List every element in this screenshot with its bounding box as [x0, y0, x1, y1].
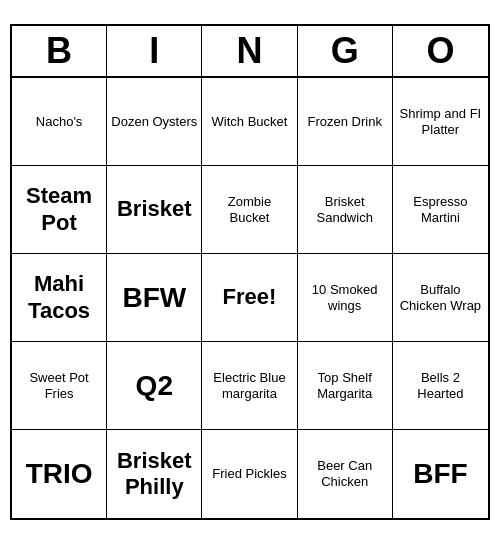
bingo-cell: Espresso Martini [393, 166, 488, 254]
bingo-cell: Dozen Oysters [107, 78, 202, 166]
bingo-cell: Top Shelf Margarita [298, 342, 393, 430]
header-letter: I [107, 26, 202, 76]
header-letter: O [393, 26, 488, 76]
header-letter: B [12, 26, 107, 76]
bingo-cell: Mahi Tacos [12, 254, 107, 342]
header-letter: G [298, 26, 393, 76]
bingo-cell: Buffalo Chicken Wrap [393, 254, 488, 342]
bingo-header: BINGO [12, 26, 488, 78]
bingo-cell: TRIO [12, 430, 107, 518]
bingo-cell: Electric Blue margarita [202, 342, 297, 430]
bingo-grid: Nacho'sDozen OystersWitch BucketFrozen D… [12, 78, 488, 518]
bingo-cell: Sweet Pot Fries [12, 342, 107, 430]
bingo-cell: 10 Smoked wings [298, 254, 393, 342]
bingo-cell: Frozen Drink [298, 78, 393, 166]
bingo-cell: Shrimp and FI Platter [393, 78, 488, 166]
bingo-cell: BFF [393, 430, 488, 518]
bingo-cell: Beer Can Chicken [298, 430, 393, 518]
bingo-cell: Steam Pot [12, 166, 107, 254]
bingo-cell: Nacho's [12, 78, 107, 166]
bingo-cell: Brisket Philly [107, 430, 202, 518]
bingo-cell: Zombie Bucket [202, 166, 297, 254]
bingo-cell: BFW [107, 254, 202, 342]
bingo-cell: Fried Pickles [202, 430, 297, 518]
bingo-cell: Brisket Sandwich [298, 166, 393, 254]
header-letter: N [202, 26, 297, 76]
bingo-cell: Brisket [107, 166, 202, 254]
bingo-cell: Q2 [107, 342, 202, 430]
bingo-cell: Witch Bucket [202, 78, 297, 166]
bingo-cell: Bells 2 Hearted [393, 342, 488, 430]
bingo-card: BINGO Nacho'sDozen OystersWitch BucketFr… [10, 24, 490, 520]
bingo-cell: Free! [202, 254, 297, 342]
